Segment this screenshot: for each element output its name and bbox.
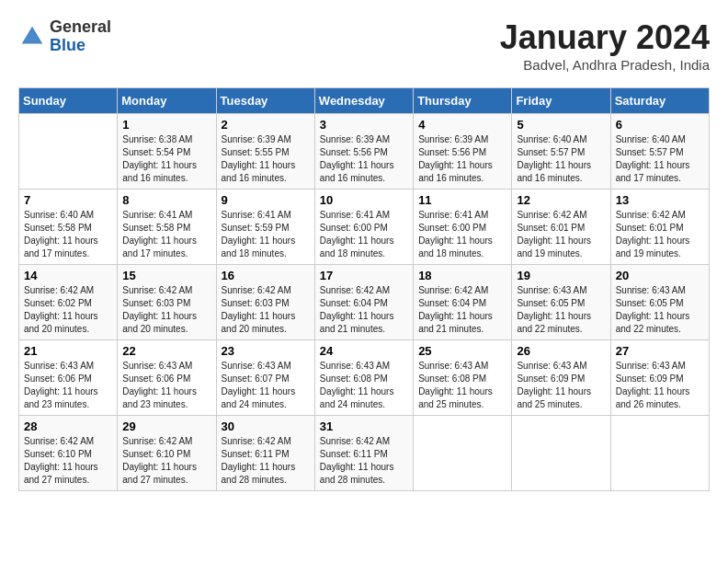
day-number: 22 [122, 344, 210, 358]
day-number: 16 [222, 269, 310, 282]
day-number: 1 [122, 118, 210, 132]
calendar-cell: 25Sunrise: 6:43 AM Sunset: 6:08 PM Dayli… [414, 340, 512, 416]
calendar-cell: 5Sunrise: 6:40 AM Sunset: 5:57 PM Daylig… [512, 114, 610, 190]
calendar-cell: 13Sunrise: 6:42 AM Sunset: 6:01 PM Dayli… [610, 190, 709, 265]
day-number: 25 [418, 344, 506, 358]
cell-content: Sunrise: 6:42 AM Sunset: 6:04 PM Dayligh… [320, 284, 408, 336]
day-number: 26 [517, 344, 605, 358]
cell-content: Sunrise: 6:43 AM Sunset: 6:06 PM Dayligh… [122, 360, 210, 411]
cell-content: Sunrise: 6:41 AM Sunset: 5:58 PM Dayligh… [122, 209, 210, 260]
cell-content: Sunrise: 6:43 AM Sunset: 6:05 PM Dayligh… [616, 284, 704, 336]
cell-content: Sunrise: 6:42 AM Sunset: 6:01 PM Dayligh… [517, 209, 605, 260]
calendar-cell: 12Sunrise: 6:42 AM Sunset: 6:01 PM Dayli… [512, 190, 610, 265]
cell-content: Sunrise: 6:40 AM Sunset: 5:57 PM Dayligh… [616, 133, 704, 185]
calendar-cell: 3Sunrise: 6:39 AM Sunset: 5:56 PM Daylig… [314, 114, 413, 190]
cell-content: Sunrise: 6:42 AM Sunset: 6:10 PM Dayligh… [122, 435, 210, 487]
calendar-cell: 17Sunrise: 6:42 AM Sunset: 6:04 PM Dayli… [314, 265, 413, 340]
logo-icon [18, 23, 46, 51]
logo: General Blue [18, 18, 111, 55]
day-number: 15 [122, 269, 210, 282]
calendar-week-row: 1Sunrise: 6:38 AM Sunset: 5:54 PM Daylig… [19, 114, 710, 190]
calendar-cell: 22Sunrise: 6:43 AM Sunset: 6:06 PM Dayli… [118, 340, 216, 416]
day-number: 24 [320, 344, 408, 358]
calendar-cell: 11Sunrise: 6:41 AM Sunset: 6:00 PM Dayli… [414, 190, 512, 265]
weekday-header-cell: Thursday [414, 88, 512, 114]
calendar-cell: 30Sunrise: 6:42 AM Sunset: 6:11 PM Dayli… [216, 416, 314, 491]
calendar-cell: 31Sunrise: 6:42 AM Sunset: 6:11 PM Dayli… [314, 416, 413, 491]
day-number: 23 [222, 344, 310, 358]
cell-content: Sunrise: 6:43 AM Sunset: 6:08 PM Dayligh… [320, 360, 408, 411]
day-number: 14 [24, 269, 112, 282]
calendar-cell: 9Sunrise: 6:41 AM Sunset: 5:59 PM Daylig… [216, 190, 314, 265]
cell-content: Sunrise: 6:42 AM Sunset: 6:11 PM Dayligh… [222, 435, 310, 487]
cell-content: Sunrise: 6:43 AM Sunset: 6:08 PM Dayligh… [418, 360, 506, 411]
day-number: 10 [320, 193, 408, 207]
calendar-cell: 2Sunrise: 6:39 AM Sunset: 5:55 PM Daylig… [216, 114, 314, 190]
day-number: 30 [222, 419, 310, 433]
cell-content: Sunrise: 6:42 AM Sunset: 6:01 PM Dayligh… [616, 209, 704, 260]
day-number: 11 [418, 193, 506, 207]
month-year-title: January 2024 [500, 18, 710, 57]
calendar-cell: 18Sunrise: 6:42 AM Sunset: 6:04 PM Dayli… [414, 265, 512, 340]
cell-content: Sunrise: 6:43 AM Sunset: 6:09 PM Dayligh… [517, 360, 605, 411]
calendar-cell: 27Sunrise: 6:43 AM Sunset: 6:09 PM Dayli… [610, 340, 709, 416]
cell-content: Sunrise: 6:39 AM Sunset: 5:56 PM Dayligh… [320, 133, 408, 185]
cell-content: Sunrise: 6:42 AM Sunset: 6:04 PM Dayligh… [418, 284, 506, 336]
day-number: 6 [616, 118, 704, 132]
day-number: 9 [222, 193, 310, 207]
calendar-cell [19, 114, 118, 190]
calendar-cell: 21Sunrise: 6:43 AM Sunset: 6:06 PM Dayli… [19, 340, 118, 416]
day-number: 2 [222, 118, 310, 132]
cell-content: Sunrise: 6:42 AM Sunset: 6:03 PM Dayligh… [222, 284, 310, 336]
calendar-cell: 1Sunrise: 6:38 AM Sunset: 5:54 PM Daylig… [118, 114, 216, 190]
cell-content: Sunrise: 6:40 AM Sunset: 5:57 PM Dayligh… [517, 133, 605, 185]
page-header: General Blue January 2024 Badvel, Andhra… [18, 18, 710, 73]
day-number: 12 [517, 193, 605, 207]
day-number: 8 [122, 193, 210, 207]
cell-content: Sunrise: 6:41 AM Sunset: 6:00 PM Dayligh… [320, 209, 408, 260]
day-number: 4 [418, 118, 506, 132]
day-number: 29 [122, 419, 210, 433]
calendar-week-row: 21Sunrise: 6:43 AM Sunset: 6:06 PM Dayli… [19, 340, 710, 416]
cell-content: Sunrise: 6:42 AM Sunset: 6:11 PM Dayligh… [320, 435, 408, 487]
calendar-cell [414, 416, 512, 491]
cell-content: Sunrise: 6:43 AM Sunset: 6:06 PM Dayligh… [24, 360, 112, 411]
calendar-week-row: 28Sunrise: 6:42 AM Sunset: 6:10 PM Dayli… [19, 416, 710, 491]
calendar-week-row: 14Sunrise: 6:42 AM Sunset: 6:02 PM Dayli… [19, 265, 710, 340]
calendar-cell: 7Sunrise: 6:40 AM Sunset: 5:58 PM Daylig… [19, 190, 118, 265]
calendar-cell: 16Sunrise: 6:42 AM Sunset: 6:03 PM Dayli… [216, 265, 314, 340]
weekday-header-cell: Wednesday [314, 88, 413, 114]
cell-content: Sunrise: 6:41 AM Sunset: 5:59 PM Dayligh… [222, 209, 310, 260]
day-number: 13 [616, 193, 704, 207]
cell-content: Sunrise: 6:43 AM Sunset: 6:09 PM Dayligh… [616, 360, 704, 411]
weekday-header-cell: Monday [118, 88, 216, 114]
calendar-cell: 15Sunrise: 6:42 AM Sunset: 6:03 PM Dayli… [118, 265, 216, 340]
day-number: 19 [517, 269, 605, 282]
calendar-cell: 14Sunrise: 6:42 AM Sunset: 6:02 PM Dayli… [19, 265, 118, 340]
cell-content: Sunrise: 6:42 AM Sunset: 6:03 PM Dayligh… [122, 284, 210, 336]
logo-general-text: General [50, 17, 111, 36]
calendar-cell: 28Sunrise: 6:42 AM Sunset: 6:10 PM Dayli… [19, 416, 118, 491]
day-number: 5 [517, 118, 605, 132]
calendar-cell: 4Sunrise: 6:39 AM Sunset: 5:56 PM Daylig… [414, 114, 512, 190]
cell-content: Sunrise: 6:42 AM Sunset: 6:10 PM Dayligh… [24, 435, 112, 487]
logo-text: General Blue [50, 18, 111, 55]
day-number: 7 [24, 193, 112, 207]
calendar-week-row: 7Sunrise: 6:40 AM Sunset: 5:58 PM Daylig… [19, 190, 710, 265]
weekday-header-cell: Friday [512, 88, 610, 114]
logo-blue-text: Blue [50, 36, 85, 54]
cell-content: Sunrise: 6:42 AM Sunset: 6:02 PM Dayligh… [24, 284, 112, 336]
weekday-header-row: SundayMondayTuesdayWednesdayThursdayFrid… [19, 88, 710, 114]
cell-content: Sunrise: 6:39 AM Sunset: 5:55 PM Dayligh… [222, 133, 310, 185]
calendar-cell: 23Sunrise: 6:43 AM Sunset: 6:07 PM Dayli… [216, 340, 314, 416]
cell-content: Sunrise: 6:43 AM Sunset: 6:07 PM Dayligh… [222, 360, 310, 411]
calendar-cell: 26Sunrise: 6:43 AM Sunset: 6:09 PM Dayli… [512, 340, 610, 416]
calendar-table: SundayMondayTuesdayWednesdayThursdayFrid… [18, 87, 710, 491]
weekday-header-cell: Saturday [610, 88, 709, 114]
day-number: 31 [320, 419, 408, 433]
calendar-cell: 29Sunrise: 6:42 AM Sunset: 6:10 PM Dayli… [118, 416, 216, 491]
calendar-cell [610, 416, 709, 491]
calendar-cell: 10Sunrise: 6:41 AM Sunset: 6:00 PM Dayli… [314, 190, 413, 265]
location-text: Badvel, Andhra Pradesh, India [500, 57, 710, 73]
calendar-cell: 8Sunrise: 6:41 AM Sunset: 5:58 PM Daylig… [118, 190, 216, 265]
